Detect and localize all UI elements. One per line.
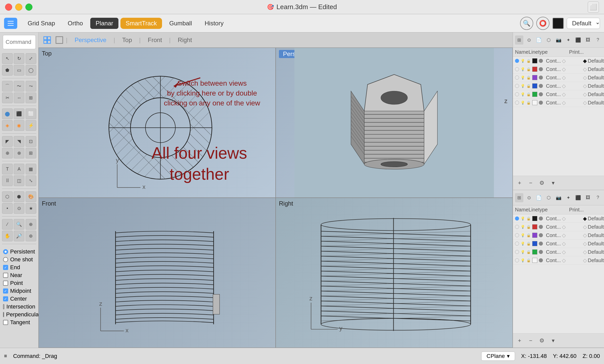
midpoint-checkbox[interactable]: ✓	[3, 288, 8, 294]
sidebar-toggle-button[interactable]	[4, 18, 17, 29]
layer-row[interactable]: 💡🔒D...Cont... ◇◆Default	[513, 214, 604, 223]
help2-icon[interactable]: ?	[594, 193, 602, 202]
tool-fillet[interactable]: ◤	[2, 136, 13, 147]
layer-row[interactable]: 💡🔒L...Cont... ◇◇Default	[513, 256, 604, 265]
grid-snap-button[interactable]: Grid Snap	[22, 18, 60, 29]
layer-bulb-icon[interactable]: 💡	[521, 250, 525, 254]
layer-visibility-dot[interactable]	[515, 59, 519, 63]
layer-color-box[interactable]	[532, 233, 537, 238]
tool-trim[interactable]: ✂	[2, 93, 13, 103]
command-input[interactable]	[3, 35, 36, 49]
snap-center-row[interactable]: ✓ Center	[3, 296, 35, 302]
layer-bulb-icon[interactable]: 💡	[521, 101, 525, 105]
layer-bulb-icon[interactable]: 💡	[521, 216, 525, 221]
tool-line[interactable]: ⬟	[2, 65, 13, 76]
layer-visibility-dot[interactable]	[515, 92, 519, 96]
magnifier-button[interactable]: 🔍	[520, 17, 533, 30]
layer-bulb-icon[interactable]: 💡	[521, 258, 525, 262]
tool-extend[interactable]: ↔	[14, 93, 24, 103]
layer-bulb-icon[interactable]: 💡	[521, 84, 525, 88]
material2-icon[interactable]: ⬡	[544, 193, 553, 202]
tool-select[interactable]: ↖	[2, 53, 13, 64]
tool-extract[interactable]: ⊞	[26, 148, 36, 158]
layer-visibility-dot[interactable]	[515, 216, 519, 221]
tool-smart[interactable]: ★	[26, 203, 36, 214]
layer-visibility-dot[interactable]	[515, 84, 519, 88]
add-layer-button[interactable]: +	[515, 178, 524, 188]
tool-circle[interactable]: ◯	[26, 65, 36, 76]
layer-row[interactable]: 💡🔒L...Cont... ◇◇Default	[513, 99, 604, 107]
layer-print-color[interactable]	[539, 76, 543, 80]
layer-print-color[interactable]	[539, 216, 543, 221]
objects2-icon[interactable]: ⊙	[525, 193, 533, 202]
close-button[interactable]	[5, 4, 12, 11]
tab-perspective[interactable]: Perspective	[68, 35, 112, 45]
settings2-button[interactable]: ⚙	[537, 336, 546, 345]
perpendicular-checkbox[interactable]	[3, 312, 4, 317]
properties-icon[interactable]: 📄	[535, 35, 543, 45]
layer-lock-icon[interactable]: 🔒	[526, 216, 531, 221]
remove-layer-button[interactable]: −	[526, 178, 535, 188]
layer-print-color[interactable]	[539, 242, 543, 246]
layer-lock-icon[interactable]: 🔒	[526, 84, 531, 88]
properties2-icon[interactable]: 📄	[535, 193, 543, 202]
model-icon[interactable]: 🖼	[584, 35, 592, 45]
layer-lock-icon[interactable]: 🔒	[526, 59, 531, 63]
end-checkbox[interactable]: ✓	[3, 265, 8, 270]
smarttrack-button[interactable]: SmartTrack	[120, 18, 162, 29]
layer-row[interactable]: 💡🔒D...Cont... ◇◆Default	[513, 57, 604, 65]
layer-row[interactable]: 💡🔒L...Cont... ◇◇Default	[513, 90, 604, 99]
layer-row[interactable]: 💡🔒L...Cont... ◇◇Default	[513, 82, 604, 90]
viewport-top[interactable]: Top x y	[39, 48, 276, 198]
layer-row[interactable]: 💡🔒L...Cont... ◇◇Default	[513, 74, 604, 82]
layer-row[interactable]: 💡🔒L...Cont... ◇◇Default	[513, 65, 604, 74]
layer-color-box[interactable]	[532, 92, 537, 97]
tool-knife[interactable]: ∕	[2, 219, 13, 230]
layer-print-color[interactable]	[539, 101, 543, 105]
layer-print-color[interactable]	[539, 225, 543, 229]
layer-lock-icon[interactable]: 🔒	[526, 76, 531, 80]
snap-intersection-row[interactable]: Intersection	[3, 303, 35, 310]
layer-bulb-icon[interactable]: 💡	[521, 76, 525, 80]
objects-icon[interactable]: ⊙	[525, 35, 533, 45]
display-icon[interactable]: ⬛	[574, 35, 582, 45]
layer-bulb-icon[interactable]: 💡	[521, 233, 525, 237]
layer-visibility-dot[interactable]	[515, 250, 519, 254]
render2-icon[interactable]: 📷	[554, 193, 563, 202]
tool-freeform[interactable]: ⤳	[26, 81, 36, 92]
record-button[interactable]: ⭕	[536, 17, 549, 30]
layer-print-color[interactable]	[539, 233, 543, 237]
viewport-front[interactable]: Front x z	[39, 198, 276, 348]
layer-row[interactable]: 💡🔒L...Cont... ◇◇Default	[513, 231, 604, 240]
layer-lock-icon[interactable]: 🔒	[526, 242, 531, 246]
snap-persistent-row[interactable]: Persistent	[3, 248, 35, 255]
layer-print-color[interactable]	[539, 92, 543, 96]
snap-near-row[interactable]: Near	[3, 272, 35, 279]
layer-print-color[interactable]	[539, 84, 543, 88]
layer-print-color[interactable]	[539, 59, 543, 63]
material-icon[interactable]: ⬡	[544, 35, 553, 45]
near-checkbox[interactable]	[3, 273, 8, 278]
tab-top[interactable]: Top	[116, 35, 138, 45]
tool-cylinder[interactable]: ⬜	[26, 108, 36, 119]
layer-select[interactable]: Default	[567, 18, 600, 29]
persistent-radio[interactable]	[3, 249, 8, 254]
tool-hatch[interactable]: ▦	[26, 164, 36, 174]
tool-zoom[interactable]: ⊕	[26, 219, 36, 230]
layer-bulb-icon[interactable]: 💡	[521, 67, 525, 71]
tool-scale[interactable]: ⤡	[26, 175, 36, 186]
maximize-button[interactable]	[25, 4, 32, 11]
layer-color-box[interactable]	[532, 216, 537, 221]
light2-icon[interactable]: ✦	[564, 193, 573, 202]
layer-bulb-icon[interactable]: 💡	[521, 59, 525, 63]
layer-visibility-dot[interactable]	[515, 258, 519, 262]
layer-lock-icon[interactable]: 🔒	[526, 258, 531, 262]
layer-color-box[interactable]	[532, 249, 537, 254]
history-button[interactable]: History	[199, 18, 229, 29]
tool-osnap[interactable]: ⊙	[14, 203, 24, 214]
layer-print-color[interactable]	[539, 67, 543, 71]
remove-layer2-button[interactable]: −	[526, 336, 535, 345]
tool-rotate[interactable]: ↻	[14, 53, 24, 64]
intersection-checkbox[interactable]	[3, 304, 4, 309]
expand-button[interactable]: ⬜	[588, 2, 599, 13]
